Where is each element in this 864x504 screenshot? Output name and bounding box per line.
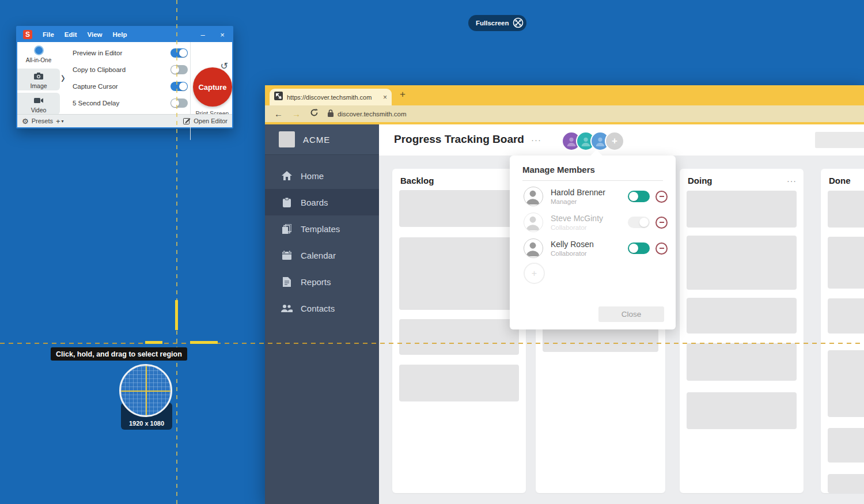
chevron-right-icon: › [61,67,65,88]
mode-label: Video [17,107,60,113]
remove-member-button[interactable] [655,217,668,229]
open-editor-button[interactable]: Open Editor [183,117,228,126]
sidebar-item-label: Home [301,171,324,181]
menu-view[interactable]: View [88,31,103,38]
column-name: Done [829,176,851,185]
sidebar-item-boards[interactable]: Boards [265,189,379,215]
sidebar-item-home[interactable]: Home [265,162,379,189]
member-text: Harold BrennerManager [551,188,605,205]
card-placeholder[interactable] [828,350,864,417]
toggle-knob [179,49,187,57]
add-member-button[interactable]: + [524,263,545,284]
mode-image[interactable]: Image [17,69,60,90]
presets-button[interactable]: ⚙ Presets + ▾ [22,117,64,126]
close-popup-button[interactable]: Close [598,306,664,322]
snagit-body: All-in-One Image Video › Preview in Edit… [17,42,232,116]
close-button[interactable]: × [213,31,232,39]
card-placeholder[interactable] [399,365,519,401]
crosshair-solid-segment-right [190,341,218,344]
tab-favicon-icon [274,92,283,103]
menu-edit[interactable]: Edit [65,31,77,38]
fullscreen-button[interactable]: Fullscreen [468,15,526,31]
column-backlog: Backlog [392,169,526,493]
refresh-icon[interactable] [310,108,319,119]
setting-label: Copy to Clipboard [73,66,126,73]
card-placeholder[interactable] [687,298,797,334]
magnifier-loupe [119,364,172,417]
member-row: Harold BrennerManager [524,184,665,209]
new-tab-button[interactable]: + [400,89,406,100]
toggle-knob [629,244,638,253]
capture-button[interactable]: Capture [193,67,232,107]
column-done: Done [821,169,864,493]
toggle-off[interactable] [170,65,188,74]
toggle-off[interactable] [170,98,188,108]
plus-icon: + [612,135,617,147]
minimize-button[interactable]: – [193,31,213,39]
mode-label: All-in-One [17,57,60,63]
member-info: Harold BrennerManager [524,187,605,206]
add-preset-button[interactable]: + [56,117,60,126]
toggle-knob [639,218,649,227]
member-avatar-stack[interactable]: + [562,131,624,151]
contacts-icon [281,304,293,312]
sidebar-item-templates[interactable]: Templates [265,215,379,242]
presets-caret-icon[interactable]: ▾ [62,119,64,124]
member-toggle-on[interactable] [628,191,650,202]
card-placeholder[interactable] [828,191,864,228]
header-control-stub[interactable] [815,132,864,148]
sidebar-item-reports[interactable]: Reports [265,268,379,295]
card-placeholder[interactable] [399,319,519,355]
card-placeholder[interactable] [828,237,864,289]
popup-title: Manage Members [522,165,595,175]
sidebar-item-label: Reports [301,277,331,287]
board-title-text: Progress Tracking Board [394,133,524,146]
card-placeholder[interactable] [687,343,797,381]
card-placeholder[interactable] [687,191,797,228]
board-menu-icon[interactable]: ··· [531,135,541,145]
brand-name: ACME [303,135,330,145]
member-role: Collaborator [551,250,594,257]
templates-icon [281,224,293,234]
person-avatar-icon [524,213,543,232]
member-name: Kelly Rosen [551,240,594,249]
forward-button[interactable]: → [292,109,301,119]
setting-row: Copy to Clipboard [73,61,188,78]
card-placeholder[interactable] [828,474,864,493]
member-row: Kelly RosenCollaborator [524,236,665,260]
toggle-on[interactable] [170,48,188,58]
card-placeholder[interactable] [399,190,519,227]
member-toggle-off[interactable] [628,217,650,228]
browser-tab[interactable]: https://discover.techsmith.com × [270,89,392,105]
remove-member-button[interactable] [655,191,668,203]
tab-close-icon[interactable]: × [383,93,387,101]
card-placeholder[interactable] [687,392,797,429]
card-placeholder[interactable] [399,237,519,310]
sidebar-item-calendar[interactable]: Calendar [265,242,379,268]
back-button[interactable]: ← [274,109,283,119]
card-placeholder[interactable] [828,298,864,334]
edit-pencil-icon [183,117,191,126]
snagit-titlebar[interactable]: S FileEditViewHelp – × [17,27,232,42]
toggle-knob [179,82,187,90]
sidebar-item-contacts[interactable]: Contacts [265,295,379,321]
remove-member-button[interactable] [655,242,668,255]
menu-file[interactable]: File [43,31,54,38]
sidebar-item-label: Contacts [301,304,335,313]
browser-toolbar: ← → discover.techsmith.com [265,105,864,122]
column-menu-icon[interactable]: ··· [787,176,797,185]
card-placeholder[interactable] [687,236,797,290]
snagit-toggle-list: Preview in EditorCopy to ClipboardCaptur… [73,44,188,111]
mode-all-in-one[interactable]: All-in-One [17,46,60,63]
menu-help[interactable]: Help [113,31,127,38]
setting-label: Preview in Editor [73,50,122,56]
mode-video[interactable]: Video [17,93,60,115]
toggle-on[interactable] [170,82,188,91]
add-member-avatar-button[interactable]: + [605,131,624,151]
column-name: Backlog [400,176,434,185]
address-bar[interactable]: discover.techsmith.com [328,109,407,119]
card-placeholder[interactable] [828,428,864,463]
member-toggle-on[interactable] [628,242,650,254]
person-avatar-icon [524,238,543,258]
brand-header[interactable]: ACME [265,124,379,155]
